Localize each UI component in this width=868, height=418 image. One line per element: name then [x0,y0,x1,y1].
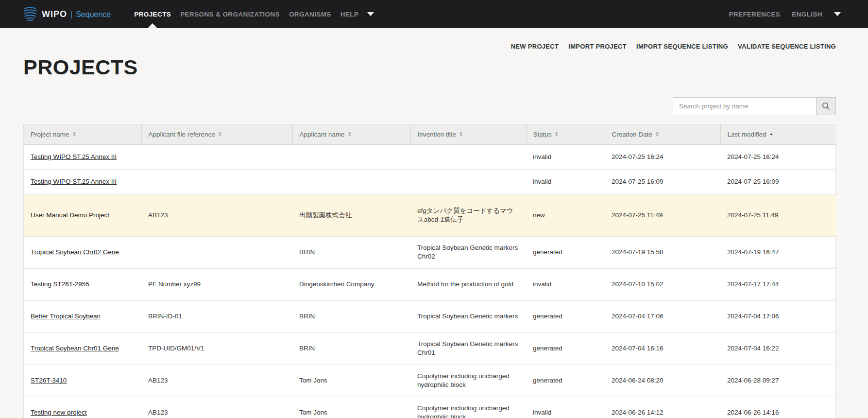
sort-icon [219,132,221,137]
cell-invention-title: Copolymer including uncharged hydrophili… [410,397,526,418]
wipo-logo-icon [23,6,37,22]
cell-status: invalid [526,397,605,418]
cell-applicant-name: BRIN [292,236,410,268]
nav-items: PROJECTS PERSONS & ORGANIZATIONS ORGANIS… [134,1,358,28]
cell-applicant-name: BRIN [292,332,410,365]
search-input[interactable] [673,98,816,115]
nav-right-items: PREFERENCES ENGLISH [729,1,841,28]
project-link[interactable]: Testing ST26T-2955 [31,280,89,288]
nav-item-organisms[interactable]: ORGANISMS [289,1,331,28]
cell-creation-date: 2024-07-25 16:09 [605,169,720,194]
project-link[interactable]: ST26T-3410 [31,377,67,384]
column-header-invention-title[interactable]: Invention title [410,124,526,144]
cell-applicant-name [292,144,410,169]
nav-item-persons-organizations[interactable]: PERSONS & ORGANIZATIONS [180,1,280,28]
import-sequence-listing-button[interactable]: IMPORT SEQUENCE LISTING [636,43,728,50]
cell-status: invalid [526,169,605,194]
project-link[interactable]: Better Tropical Soybean [31,313,101,320]
project-link[interactable]: Tropical Soybean Chr02 Gene [31,248,119,256]
cell-status: new [526,194,605,236]
cell-applicant-file-reference: AB123 [141,365,292,397]
cell-applicant-file-reference: AB123 [141,397,292,418]
cell-invention-title [410,144,526,169]
cell-applicant-file-reference: TPD-UID/GM01/V1 [141,332,292,365]
cell-applicant-name: Tom Jons [292,397,410,418]
cell-applicant-file-reference [141,236,292,268]
cell-applicant-name: Tom Jons [292,365,410,397]
sort-icon [348,132,351,137]
cell-applicant-file-reference: AB123 [141,194,292,236]
cell-creation-date: 2024-07-10 15:02 [605,268,720,300]
cell-status: generated [526,236,605,268]
nav-item-projects[interactable]: PROJECTS [134,1,171,28]
projects-table: Project name Applicant file reference Ap… [23,124,836,418]
cell-invention-title: Tropical Soybean Genetic markers [410,300,526,332]
table-row: Testing ST26T-2955 PF Number xyz99 Dinge… [24,268,836,300]
language-caret-icon[interactable] [834,12,841,16]
sort-icon [460,132,462,137]
cell-applicant-name: BRIN [292,300,410,332]
language-selector[interactable]: ENGLISH [792,1,822,28]
column-header-project-name[interactable]: Project name [24,124,141,144]
cell-last-modified: 2024-06-26 14:16 [720,397,836,418]
cell-invention-title: Method for the production of gold [410,268,526,300]
table-row: Testing WIPO ST.25 Annex III invalid 202… [24,144,836,169]
cell-creation-date: 2024-07-25 16:24 [605,144,720,169]
cell-last-modified: 2024-07-25 16:24 [720,144,836,169]
cell-status: generated [526,365,605,397]
cell-creation-date: 2024-07-19 15:58 [605,236,720,268]
project-link[interactable]: Tropical Soybean Chr01 Gene [31,345,119,352]
column-header-status[interactable]: Status [526,124,605,144]
wipo-sequence-brand[interactable]: WIPO | Sequence [23,6,111,22]
search-button[interactable] [816,98,835,115]
cell-applicant-name [292,169,410,194]
cell-creation-date: 2024-07-04 16:16 [605,332,720,365]
sort-icon [73,132,76,137]
cell-creation-date: 2024-06-26 14:12 [605,397,720,418]
project-link[interactable]: Testing WIPO ST.25 Annex III [31,153,117,160]
cell-invention-title: efgタンパク質をコードするマウスabcd-1遺伝子 [410,194,526,236]
table-row: Testing WIPO ST.25 Annex III invalid 202… [24,169,836,194]
column-header-applicant-file-reference[interactable]: Applicant file reference [141,124,292,144]
table-row: Tropical Soybean Chr01 Gene TPD-UID/GM01… [24,332,836,365]
table-row: ST26T-3410 AB123 Tom Jons Copolymer incl… [24,365,836,397]
cell-creation-date: 2024-07-25 11:49 [605,194,720,236]
nav-item-help[interactable]: HELP [340,1,359,28]
project-link[interactable]: Testing new project [31,409,87,416]
cell-applicant-file-reference [141,169,292,194]
cell-creation-date: 2024-07-04 17:06 [605,300,720,332]
cell-invention-title: Tropical Soybean Genetic markers Chr01 [410,332,526,365]
nav-item-preferences[interactable]: PREFERENCES [729,1,781,28]
cell-applicant-name: 出願製薬株式会社 [292,194,410,236]
project-link[interactable]: User Manual Demo Project [31,211,109,219]
table-row: Tropical Soybean Chr02 Gene BRIN Tropica… [24,236,836,268]
column-header-applicant-name[interactable]: Applicant name [292,124,410,144]
sort-icon [656,132,659,137]
column-header-last-modified[interactable]: Last modified [720,124,836,144]
cell-invention-title [410,169,526,194]
cell-creation-date: 2024-06-24 08:20 [605,365,720,397]
cell-last-modified: 2024-07-04 17:06 [720,300,836,332]
validate-sequence-listing-button[interactable]: VALIDATE SEQUENCE LISTING [738,43,836,50]
column-header-creation-date[interactable]: Creation Date [605,124,720,144]
cell-applicant-file-reference: PF Number xyz99 [141,268,292,300]
import-project-button[interactable]: IMPORT PROJECT [568,43,627,50]
cell-last-modified: 2024-07-25 11:49 [720,194,836,236]
brand-wipo-text: WIPO [42,9,67,19]
table-row: Testing new project AB123 Tom Jons Copol… [24,397,836,418]
cell-last-modified: 2024-07-19 16:47 [720,236,836,268]
cell-applicant-name: Dingenskirchen Company [292,268,410,300]
cell-status: invalid [526,268,605,300]
search-icon [822,102,830,110]
cell-status: generated [526,300,605,332]
cell-invention-title: Tropical Soybean Genetic markers Chr02 [410,236,526,268]
project-actions: NEW PROJECT IMPORT PROJECT IMPORT SEQUEN… [511,43,836,50]
cell-last-modified: 2024-07-17 17:44 [720,268,836,300]
new-project-button[interactable]: NEW PROJECT [511,43,559,50]
cell-last-modified: 2024-07-04 16:22 [720,332,836,365]
project-link[interactable]: Testing WIPO ST.25 Annex III [31,178,117,185]
nav-dropdown-caret-icon[interactable] [367,12,374,16]
table-header-row: Project name Applicant file reference Ap… [24,124,836,144]
page-title: PROJECTS [23,55,138,79]
cell-last-modified: 2024-07-25 16:09 [720,169,836,194]
